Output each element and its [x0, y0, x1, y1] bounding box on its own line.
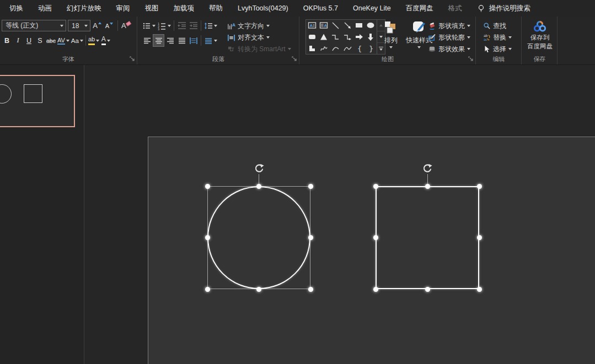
gallery-shape-down-arrow[interactable]: [365, 31, 377, 43]
tab-transitions[interactable]: 切换: [9, 4, 23, 13]
editing-canvas[interactable]: [85, 65, 595, 364]
decrease-indent-button[interactable]: [176, 20, 187, 31]
resize-handle-nw[interactable]: [373, 184, 378, 189]
resize-handle-n[interactable]: [256, 184, 261, 189]
chevron-down-icon: [467, 25, 470, 27]
numbering-icon: 1 2 3: [158, 21, 167, 30]
rectangle-shape-selection: [376, 186, 479, 289]
gallery-shape-arrow[interactable]: [341, 20, 353, 31]
columns-button[interactable]: [203, 35, 218, 46]
gallery-shape-oval[interactable]: [365, 20, 377, 31]
align-left-button[interactable]: [142, 35, 152, 46]
character-spacing-button[interactable]: AV: [57, 35, 70, 46]
replace-button[interactable]: ab ac 替换: [483, 32, 512, 43]
align-right-button[interactable]: [165, 35, 175, 46]
gallery-shape-right-brace[interactable]: }: [365, 42, 377, 54]
font-name-combobox[interactable]: 等线 (正文): [2, 20, 66, 31]
paragraph-dialog-launcher[interactable]: [292, 56, 297, 62]
arrange-button[interactable]: 排列: [380, 20, 401, 48]
align-center-icon: [154, 36, 163, 45]
tell-me-search[interactable]: 操作说明搜索: [477, 4, 530, 13]
tab-slideshow[interactable]: 幻灯片放映: [67, 4, 101, 13]
gallery-shape-arc[interactable]: [330, 42, 341, 54]
tab-format[interactable]: 格式: [448, 4, 462, 13]
tab-okplus[interactable]: OKPlus 5.7: [303, 4, 338, 12]
shape-effects-button[interactable]: 形状效果: [428, 44, 470, 55]
resize-handle-se[interactable]: [308, 287, 313, 292]
resize-handle-sw[interactable]: [373, 287, 378, 292]
gallery-shape-curve[interactable]: [341, 42, 353, 54]
font-color-button[interactable]: A: [100, 35, 111, 46]
resize-handle-nw[interactable]: [205, 184, 210, 189]
numbering-button[interactable]: 1 2 3: [157, 20, 171, 31]
align-center-button[interactable]: [153, 35, 164, 46]
distribute-text-button[interactable]: [188, 35, 199, 46]
gallery-shape-rounded-rectangle[interactable]: [306, 31, 318, 43]
resize-handle-sw[interactable]: [205, 287, 210, 292]
tab-lvyhtools[interactable]: LvyhTools(0429): [238, 4, 288, 12]
align-right-icon: [166, 36, 175, 45]
font-size-combobox[interactable]: 18: [68, 20, 90, 31]
gallery-shape-right-arrow[interactable]: [353, 31, 364, 43]
gallery-shape-scribble[interactable]: [318, 42, 329, 54]
resize-handle-ne[interactable]: [308, 184, 313, 189]
rotate-handle[interactable]: [254, 164, 264, 173]
rectangle-shape[interactable]: [376, 186, 479, 289]
select-button[interactable]: 选择: [483, 44, 512, 55]
tab-addins[interactable]: 加载项: [174, 4, 195, 13]
line-spacing-button[interactable]: [203, 20, 218, 31]
italic-button[interactable]: I: [13, 35, 23, 46]
tab-baidu-netdisk[interactable]: 百度网盘: [406, 4, 433, 13]
resize-handle-e[interactable]: [308, 235, 313, 240]
gallery-shape-elbow-arrow-connector[interactable]: [341, 31, 353, 43]
text-shadow-button[interactable]: S: [35, 35, 45, 46]
resize-handle-n[interactable]: [425, 184, 430, 189]
oval-shape[interactable]: [207, 186, 310, 289]
resize-handle-w[interactable]: [373, 235, 378, 240]
gallery-shape-rectangle[interactable]: [353, 20, 364, 31]
gallery-shape-triangle[interactable]: [318, 31, 329, 43]
font-dialog-launcher[interactable]: [130, 56, 135, 62]
gallery-shape-text-box[interactable]: A: [306, 20, 318, 31]
chevron-down-icon: [84, 25, 88, 27]
clear-formatting-button[interactable]: A: [121, 20, 132, 31]
resize-handle-se[interactable]: [477, 287, 482, 292]
shape-fill-icon: [428, 22, 436, 30]
grow-font-button[interactable]: A: [92, 20, 103, 31]
rotate-handle[interactable]: [422, 164, 432, 173]
increase-indent-button[interactable]: [188, 20, 199, 31]
change-case-button[interactable]: Aa: [71, 35, 84, 46]
tab-help[interactable]: 帮助: [209, 4, 223, 13]
shape-outline-button[interactable]: 形状轮廓: [428, 32, 470, 43]
gallery-shape-corner[interactable]: [306, 42, 318, 54]
save-to-baidu-button[interactable]: 保存到 百度网盘: [524, 20, 555, 51]
tab-animations[interactable]: 动画: [38, 4, 52, 13]
find-button[interactable]: 查找: [483, 20, 512, 31]
resize-handle-ne[interactable]: [477, 184, 482, 189]
arrange-icon: [384, 20, 398, 35]
slide-thumbnail-selected[interactable]: [0, 75, 75, 127]
underline-button[interactable]: U: [24, 35, 34, 46]
drawing-dialog-launcher[interactable]: [468, 56, 474, 62]
align-text-button[interactable]: 对齐文本: [227, 32, 291, 43]
strikethrough-button[interactable]: abc: [46, 35, 56, 46]
shape-fill-button[interactable]: 形状填充: [428, 20, 470, 31]
justify-button[interactable]: [176, 35, 187, 46]
gallery-shape-vertical-text-box[interactable]: A: [318, 20, 329, 31]
text-direction-button[interactable]: A 文字方向: [227, 20, 291, 31]
slide-canvas[interactable]: [148, 137, 595, 364]
tab-onekey-lite[interactable]: OneKey Lite: [353, 4, 391, 12]
resize-handle-e[interactable]: [477, 235, 482, 240]
bold-button[interactable]: B: [2, 35, 12, 46]
shrink-font-button[interactable]: A: [104, 20, 115, 31]
resize-handle-s[interactable]: [425, 287, 430, 292]
tab-review[interactable]: 审阅: [116, 4, 130, 13]
resize-handle-s[interactable]: [256, 287, 261, 292]
text-highlight-color-button[interactable]: ab: [88, 35, 100, 46]
resize-handle-w[interactable]: [205, 235, 210, 240]
tab-view[interactable]: 视图: [145, 4, 159, 13]
gallery-shape-line[interactable]: [330, 20, 341, 31]
gallery-shape-elbow-connector[interactable]: [330, 31, 341, 43]
bullets-button[interactable]: [142, 20, 156, 31]
gallery-shape-left-brace[interactable]: {: [353, 42, 364, 54]
